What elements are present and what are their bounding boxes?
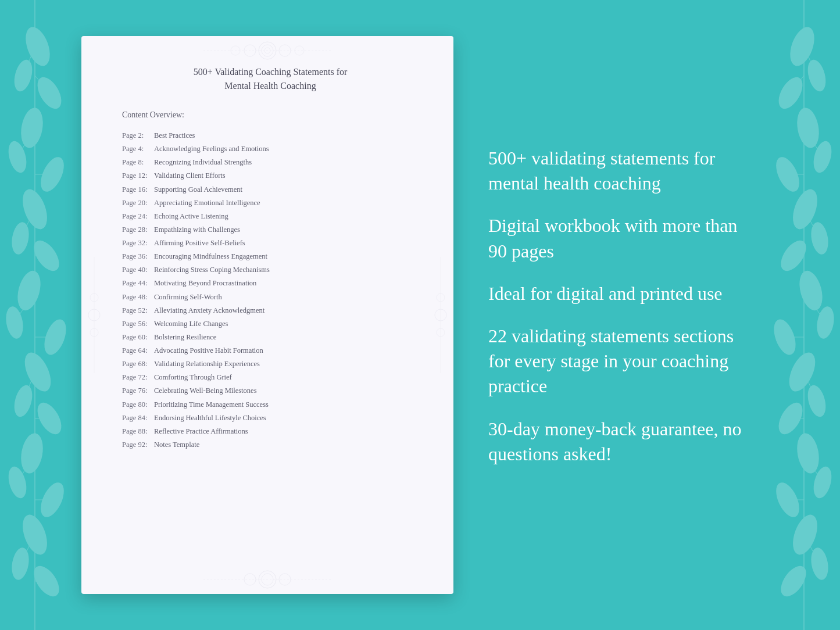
- feature-block: 30-day money-back guarantee, no question…: [488, 417, 759, 467]
- toc-page-number: Page 80:: [122, 398, 154, 411]
- toc-item: Page 72:Comforting Through Grief: [122, 371, 419, 384]
- left-side-decoration: [86, 257, 102, 373]
- feature-text: Digital workbook with more than 90 pages: [488, 213, 759, 263]
- toc-title: Notes Template: [154, 441, 199, 449]
- toc-item: Page 80:Prioritizing Time Management Suc…: [122, 398, 419, 411]
- toc-page-number: Page 16:: [122, 183, 154, 196]
- document-title: 500+ Validating Coaching Statements for …: [122, 65, 419, 93]
- toc-title: Alleviating Anxiety Acknowledgment: [154, 306, 264, 314]
- toc-item: Page 36:Encouraging Mindfulness Engageme…: [122, 250, 419, 263]
- toc-title: Welcoming Life Changes: [154, 320, 228, 328]
- toc-page-number: Page 68:: [122, 357, 154, 371]
- toc-item: Page 48:Confirming Self-Worth: [122, 291, 419, 304]
- toc-title: Confirming Self-Worth: [154, 293, 222, 301]
- toc-item: Page 24:Echoing Active Listening: [122, 210, 419, 223]
- table-of-contents: Page 2:Best PracticesPage 4:Acknowledgin…: [122, 129, 419, 452]
- toc-title: Reinforcing Stress Coping Mechanisms: [154, 266, 270, 274]
- toc-page-number: Page 12:: [122, 169, 154, 182]
- toc-heading: Content Overview:: [122, 110, 419, 120]
- toc-item: Page 8:Recognizing Individual Strengths: [122, 156, 419, 169]
- toc-title: Motivating Beyond Procrastination: [154, 279, 256, 287]
- toc-item: Page 12:Validating Client Efforts: [122, 169, 419, 182]
- toc-page-number: Page 72:: [122, 371, 154, 384]
- bottom-mandala-decoration: [203, 568, 331, 591]
- toc-title: Appreciating Emotional Intelligence: [154, 199, 260, 207]
- toc-title: Encouraging Mindfulness Engagement: [154, 252, 267, 260]
- toc-title: Prioritizing Time Management Success: [154, 400, 269, 409]
- feature-block: Digital workbook with more than 90 pages: [488, 213, 759, 263]
- feature-text: Ideal for digital and printed use: [488, 281, 759, 306]
- toc-page-number: Page 32:: [122, 237, 154, 250]
- toc-item: Page 32:Affirming Positive Self-Beliefs: [122, 237, 419, 250]
- toc-item: Page 40:Reinforcing Stress Coping Mechan…: [122, 263, 419, 277]
- toc-page-number: Page 20:: [122, 196, 154, 210]
- toc-title: Acknowledging Feelings and Emotions: [154, 145, 269, 153]
- toc-title: Affirming Positive Self-Beliefs: [154, 239, 245, 247]
- toc-title: Bolstering Resilience: [154, 333, 216, 341]
- toc-item: Page 68:Validating Relationship Experien…: [122, 357, 419, 371]
- toc-page-number: Page 48:: [122, 291, 154, 304]
- toc-item: Page 60:Bolstering Resilience: [122, 331, 419, 344]
- toc-title: Validating Client Efforts: [154, 171, 226, 180]
- toc-page-number: Page 52:: [122, 304, 154, 317]
- features-panel: 500+ validating statements for mental he…: [488, 146, 759, 484]
- toc-page-number: Page 36:: [122, 250, 154, 263]
- toc-page-number: Page 44:: [122, 277, 154, 290]
- toc-page-number: Page 60:: [122, 331, 154, 344]
- toc-title: Best Practices: [154, 131, 195, 139]
- toc-item: Page 16:Supporting Goal Achievement: [122, 183, 419, 196]
- toc-title: Advocating Positive Habit Formation: [154, 346, 263, 355]
- feature-block: Ideal for digital and printed use: [488, 281, 759, 306]
- feature-text: 30-day money-back guarantee, no question…: [488, 417, 759, 467]
- toc-page-number: Page 28:: [122, 223, 154, 237]
- toc-title: Empathizing with Challenges: [154, 225, 240, 234]
- toc-page-number: Page 2:: [122, 129, 154, 142]
- toc-item: Page 52:Alleviating Anxiety Acknowledgme…: [122, 304, 419, 317]
- toc-item: Page 44:Motivating Beyond Procrastinatio…: [122, 277, 419, 290]
- toc-title: Endorsing Healthful Lifestyle Choices: [154, 414, 266, 422]
- toc-item: Page 76:Celebrating Well-Being Milestone…: [122, 384, 419, 398]
- toc-title: Celebrating Well-Being Milestones: [154, 386, 257, 395]
- feature-text: 500+ validating statements for mental he…: [488, 146, 759, 196]
- toc-page-number: Page 88:: [122, 425, 154, 438]
- toc-title: Echoing Active Listening: [154, 212, 228, 220]
- toc-page-number: Page 64:: [122, 344, 154, 357]
- toc-page-number: Page 56:: [122, 317, 154, 331]
- toc-page-number: Page 4:: [122, 142, 154, 156]
- toc-page-number: Page 24:: [122, 210, 154, 223]
- feature-block: 500+ validating statements for mental he…: [488, 146, 759, 196]
- toc-page-number: Page 40:: [122, 263, 154, 277]
- toc-title: Recognizing Individual Strengths: [154, 158, 252, 166]
- top-mandala-decoration: [203, 39, 331, 62]
- toc-item: Page 84:Endorsing Healthful Lifestyle Ch…: [122, 411, 419, 425]
- toc-item: Page 20:Appreciating Emotional Intellige…: [122, 196, 419, 210]
- toc-item: Page 4:Acknowledging Feelings and Emotio…: [122, 142, 419, 156]
- content-wrapper: 500+ Validating Coaching Statements for …: [0, 0, 840, 630]
- toc-item: Page 64:Advocating Positive Habit Format…: [122, 344, 419, 357]
- toc-item: Page 56:Welcoming Life Changes: [122, 317, 419, 331]
- toc-item: Page 2:Best Practices: [122, 129, 419, 142]
- toc-page-number: Page 8:: [122, 156, 154, 169]
- toc-title: Reflective Practice Affirmations: [154, 427, 248, 435]
- toc-title: Validating Relationship Experiences: [154, 360, 260, 368]
- toc-item: Page 88:Reflective Practice Affirmations: [122, 425, 419, 438]
- toc-page-number: Page 76:: [122, 384, 154, 398]
- feature-block: 22 validating statements sections for ev…: [488, 324, 759, 399]
- toc-title: Comforting Through Grief: [154, 373, 232, 381]
- right-side-decoration: [432, 257, 449, 373]
- toc-item: Page 28:Empathizing with Challenges: [122, 223, 419, 237]
- feature-text: 22 validating statements sections for ev…: [488, 324, 759, 399]
- toc-title: Supporting Goal Achievement: [154, 185, 242, 194]
- toc-item: Page 92:Notes Template: [122, 438, 419, 452]
- toc-page-number: Page 92:: [122, 438, 154, 452]
- document-mockup: 500+ Validating Coaching Statements for …: [81, 36, 453, 594]
- toc-page-number: Page 84:: [122, 411, 154, 425]
